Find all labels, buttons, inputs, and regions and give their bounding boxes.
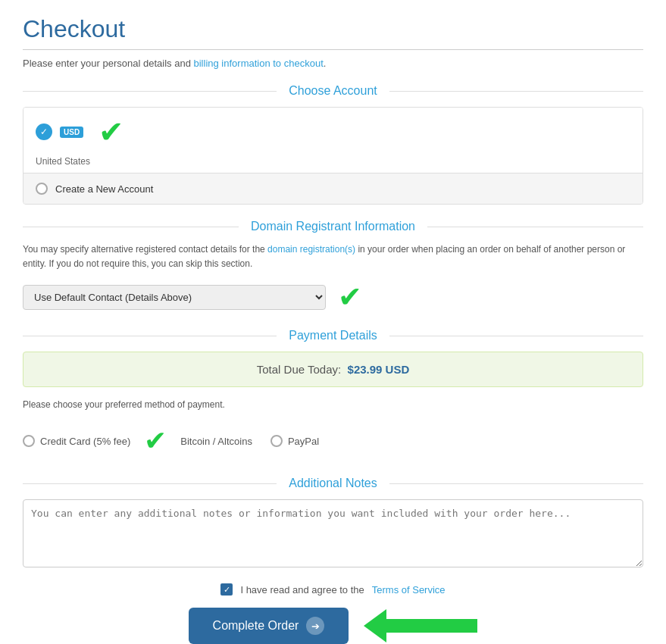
tos-link[interactable]: Terms of Service (372, 584, 446, 596)
notes-header-line-right (389, 483, 643, 484)
domain-row: Use Default Contact (Details Above) ✔ (23, 280, 643, 314)
subtitle-end: . (324, 58, 327, 69)
total-amount: $23.99 USD (348, 363, 410, 376)
domain-desc-blue: domain registration(s) (267, 244, 355, 255)
complete-order-arrow-icon: ➔ (306, 617, 324, 635)
domain-registrant-label: Domain Registrant Information (239, 220, 427, 233)
page-subtitle: Please enter your personal details and b… (23, 58, 643, 69)
additional-notes-header: Additional Notes (23, 477, 643, 490)
payment-method-credit-card[interactable]: Credit Card (5% fee) (23, 435, 130, 447)
paypal-radio[interactable] (270, 435, 283, 447)
total-label: Total Due Today: (257, 363, 341, 376)
bitcoin-selected-checkmark-icon: ✔ (144, 425, 167, 457)
paypal-label: PayPal (288, 436, 319, 447)
payment-header-line-right (389, 336, 643, 336)
notes-header-line-left (23, 483, 277, 484)
domain-header-line-right (427, 227, 643, 227)
green-arrow-indicator (364, 609, 477, 642)
domain-description: You may specify alternative registered c… (23, 242, 643, 271)
complete-order-label: Complete Order (213, 619, 299, 633)
subtitle-plain: Please enter your personal details and (23, 58, 193, 69)
tos-text: I have read and agree to the (240, 584, 364, 596)
choose-account-label: Choose Account (277, 84, 389, 98)
total-box: Total Due Today: $23.99 USD (23, 352, 643, 387)
usd-badge: USD (60, 127, 83, 138)
notes-textarea[interactable] (23, 499, 643, 567)
account-box: ✓ USD ✔ United States Create a New Accou… (23, 107, 643, 205)
complete-order-row: Complete Order ➔ (23, 608, 643, 644)
account-option-usd[interactable]: ✓ USD ✔ (23, 108, 643, 156)
page-title: Checkout (23, 15, 643, 43)
create-account-radio[interactable] (36, 183, 48, 195)
arrow-shaft-icon (386, 619, 477, 633)
check-icon: ✓ (36, 123, 52, 140)
header-line-left (23, 91, 277, 92)
payment-note: Please choose your preferred method of p… (23, 399, 643, 410)
domain-contact-select[interactable]: Use Default Contact (Details Above) (23, 285, 326, 310)
payment-details-label: Payment Details (277, 329, 389, 342)
subtitle-blue: billing information to checkout (193, 58, 323, 69)
create-account-label: Create a New Account (55, 183, 153, 195)
title-divider (23, 49, 643, 50)
additional-notes-label: Additional Notes (277, 477, 389, 490)
domain-registrant-header: Domain Registrant Information (23, 220, 643, 233)
arrow-head-icon (364, 609, 386, 642)
create-account-option[interactable]: Create a New Account (23, 173, 643, 204)
payment-method-bitcoin[interactable]: Bitcoin / Altcoins (180, 436, 252, 447)
selected-checkmark-icon: ✔ (98, 117, 124, 147)
domain-checkmark-icon: ✔ (338, 280, 362, 314)
credit-card-radio[interactable] (23, 435, 35, 447)
domain-desc-plain1: You may specify alternative registered c… (23, 244, 267, 255)
payment-details-header: Payment Details (23, 329, 643, 342)
payment-method-paypal[interactable]: PayPal (270, 435, 319, 447)
header-line-right (389, 91, 643, 92)
credit-card-label: Credit Card (5% fee) (40, 436, 130, 447)
account-country-label: United States (23, 156, 643, 173)
bitcoin-label: Bitcoin / Altcoins (180, 436, 252, 447)
payment-header-line-left (23, 336, 277, 336)
tos-row: ✓ I have read and agree to the Terms of … (23, 583, 643, 596)
tos-checkbox[interactable]: ✓ (220, 583, 233, 596)
domain-header-line-left (23, 227, 239, 227)
complete-order-button[interactable]: Complete Order ➔ (189, 608, 349, 644)
payment-methods: Credit Card (5% fee) ✔ Bitcoin / Altcoin… (23, 420, 643, 461)
choose-account-header: Choose Account (23, 84, 643, 98)
